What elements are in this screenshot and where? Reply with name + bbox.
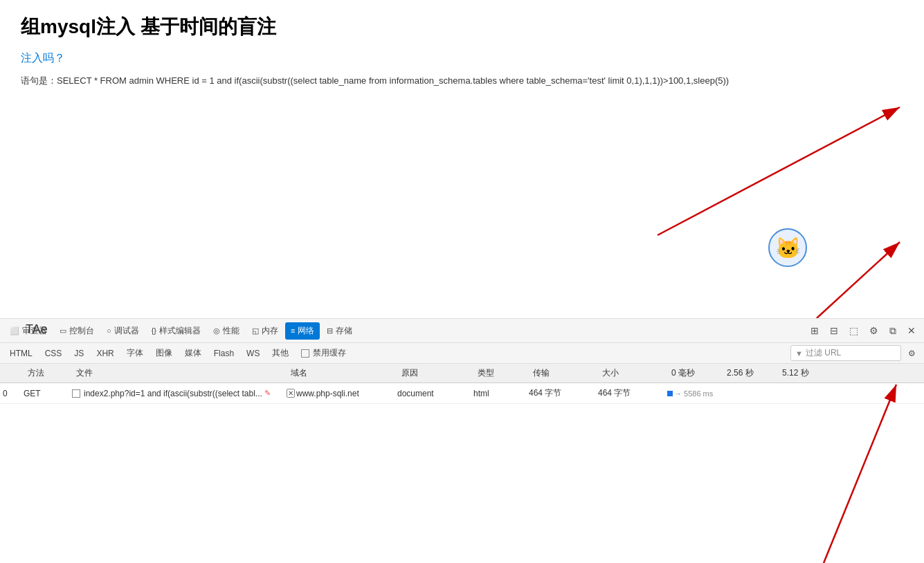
devtools-tab-debugger[interactable]: ○ 调试器 xyxy=(101,322,145,340)
tae-text: TAe xyxy=(26,322,48,337)
filter-ws[interactable]: WS xyxy=(241,347,265,360)
devtools-tab-memory[interactable]: ◱ 内存 xyxy=(246,322,284,340)
filter-url-input[interactable]: ▼ 过滤 URL xyxy=(790,345,901,361)
col-header-0ms: 0 毫秒 xyxy=(667,367,723,379)
main-content: 组mysql注入 基于时间的盲注 注入吗？ 语句是：SELECT * FROM … xyxy=(0,0,924,109)
devtools-toolbar: ⬜ 审查器 ▭ 控制台 ○ 调试器 {} 样式编辑器 ◎ 性能 ◱ 内存 ≡ 网… xyxy=(0,318,924,343)
storage-label: 存储 xyxy=(336,325,352,337)
filter-image[interactable]: 图像 xyxy=(150,346,178,360)
col-header-512s: 5.12 秒 xyxy=(778,367,833,379)
devtools-tab-style[interactable]: {} 样式编辑器 xyxy=(146,322,206,340)
row-method: GET xyxy=(24,389,72,398)
dock-side-button[interactable]: ⊞ xyxy=(806,322,823,339)
row-transfer: 464 字节 xyxy=(529,387,598,399)
row-domain-text: www.php-sqli.net xyxy=(296,389,359,398)
devtools-tab-console[interactable]: ▭ 控制台 xyxy=(54,322,100,340)
row-type: html xyxy=(473,389,529,398)
col-header-size[interactable]: 大小 xyxy=(598,367,667,379)
filter-url-area: ▼ 过滤 URL ⚙ xyxy=(790,345,920,361)
devtools-tab-perf[interactable]: ◎ 性能 xyxy=(208,322,245,340)
col-header-file[interactable]: 文件 xyxy=(72,367,287,379)
row-filename: index2.php?id=1 and if(ascii(substr((sel… xyxy=(84,389,262,398)
row-timing-0ms: → 5586 ms xyxy=(667,389,723,398)
settings-button[interactable]: ⚙ xyxy=(865,322,882,339)
filter-xhr[interactable]: XHR xyxy=(91,347,119,360)
devtools-right-controls: ⊞ ⊟ ⬚ ⚙ ⧉ ✕ xyxy=(806,322,920,340)
filter-icon: ▼ xyxy=(795,349,803,358)
memory-label: 内存 xyxy=(262,325,278,337)
col-header-domain[interactable]: 域名 xyxy=(287,367,397,379)
svg-line-3 xyxy=(817,242,900,318)
sql-label: 语句是： xyxy=(21,75,57,86)
filter-css[interactable]: CSS xyxy=(39,347,68,360)
row-size: 464 字节 xyxy=(598,387,667,399)
filter-font[interactable]: 字体 xyxy=(121,346,149,360)
avatar: 🐱 xyxy=(768,228,807,267)
debugger-icon: ○ xyxy=(107,326,111,335)
domain-icon: ✕ xyxy=(287,389,295,398)
row-domain: ✕ www.php-sqli.net xyxy=(287,389,397,398)
col-header-cause[interactable]: 原因 xyxy=(397,367,473,379)
debugger-label: 调试器 xyxy=(114,325,139,337)
subtitle: 注入吗？ xyxy=(21,51,903,66)
style-icon: {} xyxy=(152,326,156,335)
sql-statement: 语句是：SELECT * FROM admin WHERE id = 1 and… xyxy=(21,74,903,89)
inspector-icon: ⬜ xyxy=(10,326,19,335)
filter-html[interactable]: HTML xyxy=(4,347,38,360)
console-icon: ▭ xyxy=(60,326,66,335)
table-row[interactable]: 0 GET index2.php?id=1 and if(ascii(subst… xyxy=(0,383,924,404)
perf-label: 性能 xyxy=(223,325,239,337)
timing-blue-dot xyxy=(667,391,673,396)
filter-flash[interactable]: Flash xyxy=(208,347,239,360)
edit-pencil-icon: ✎ xyxy=(264,389,271,398)
timing-label: → 5586 ms xyxy=(674,389,713,398)
network-label: 网络 xyxy=(298,325,314,337)
filter-media[interactable]: 媒体 xyxy=(179,346,207,360)
perf-icon: ◎ xyxy=(213,326,220,335)
devtools-tab-storage[interactable]: ⊟ 存储 xyxy=(321,322,358,340)
filter-other[interactable]: 其他 xyxy=(266,346,294,360)
network-settings-icon[interactable]: ⚙ xyxy=(904,346,920,361)
network-subtoolbar: HTML CSS JS XHR 字体 图像 媒体 Flash WS 其他 禁用缓… xyxy=(0,343,924,364)
page-title: 组mysql注入 基于时间的盲注 xyxy=(21,14,903,40)
row-status: 0 xyxy=(3,389,24,398)
memory-icon: ◱ xyxy=(252,326,259,335)
col-header-method[interactable]: 方法 xyxy=(24,367,72,379)
dock-bottom-button[interactable]: ⊟ xyxy=(826,322,842,339)
console-label: 控制台 xyxy=(69,325,94,337)
devtools-tab-network[interactable]: ≡ 网络 xyxy=(285,322,320,340)
network-table-header: 方法 文件 域名 原因 类型 传输 大小 0 毫秒 2.56 秒 5.12 秒 xyxy=(0,364,924,383)
row-checkbox[interactable] xyxy=(72,389,80,398)
row-cause: document xyxy=(397,389,473,398)
sql-content: SELECT * FROM admin WHERE id = 1 and if(… xyxy=(57,75,729,86)
filter-url-placeholder: 过滤 URL xyxy=(806,347,841,359)
close-devtools-button[interactable]: ✕ xyxy=(903,322,920,339)
col-header-type[interactable]: 类型 xyxy=(473,367,529,379)
network-table: 方法 文件 域名 原因 类型 传输 大小 0 毫秒 2.56 秒 5.12 秒 … xyxy=(0,364,924,404)
style-label: 样式编辑器 xyxy=(159,325,201,337)
row-file: index2.php?id=1 and if(ascii(substr((sel… xyxy=(72,389,287,398)
storage-icon: ⊟ xyxy=(327,326,333,335)
svg-line-2 xyxy=(658,107,900,235)
col-header-256s: 2.56 秒 xyxy=(723,367,778,379)
col-header-transfer[interactable]: 传输 xyxy=(529,367,598,379)
disable-cache-text: 禁用缓存 xyxy=(313,347,346,359)
disable-cache-label[interactable]: 禁用缓存 xyxy=(301,347,346,359)
responsive-button[interactable]: ⧉ xyxy=(885,322,900,340)
filter-js[interactable]: JS xyxy=(69,347,89,360)
svg-line-5 xyxy=(824,385,896,563)
separate-window-button[interactable]: ⬚ xyxy=(845,322,862,339)
network-icon: ≡ xyxy=(291,326,295,335)
disable-cache-checkbox[interactable] xyxy=(301,349,309,358)
